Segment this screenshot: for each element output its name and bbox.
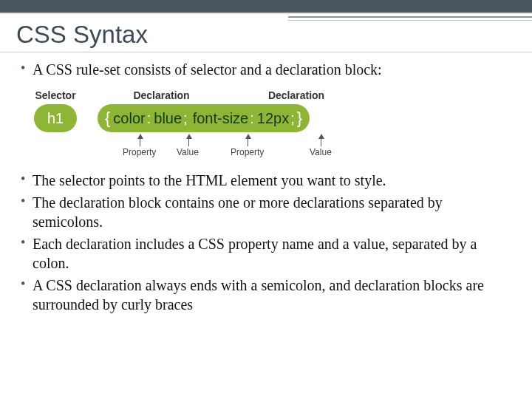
label-declaration-2: Declaration: [222, 89, 370, 101]
list-item: Each declaration includes a CSS property…: [21, 234, 516, 273]
label-value: Value: [177, 147, 199, 157]
arrow-stem: [188, 139, 189, 146]
list-item: The selector points to the HTML element …: [21, 171, 516, 190]
bullet-list: A CSS rule-set consists of selector and …: [16, 60, 516, 79]
diagram-top-labels: Selector Declaration Declaration: [27, 89, 411, 101]
value-token: 12px: [256, 110, 290, 127]
arrow-stem: [248, 139, 248, 146]
brace-close-icon: }: [297, 109, 302, 128]
label-selector: Selector: [27, 89, 84, 101]
semicolon-token: ;: [290, 110, 297, 127]
label-declaration-1: Declaration: [100, 89, 222, 101]
colon-token: :: [249, 110, 256, 127]
diagram-code-row: h1 { color:blue; font-size:12px; }: [27, 104, 411, 132]
arrow-stem: [321, 139, 321, 146]
property-token: font-size: [190, 110, 250, 127]
topbar: [0, 0, 532, 13]
label-property: Property: [231, 147, 264, 157]
arrow-up-icon: [245, 134, 251, 139]
selector-pill: h1: [34, 104, 77, 132]
brace-open-icon: {: [105, 109, 110, 128]
arrow-up-icon: [137, 134, 143, 139]
diagram-bottom-labels: Property Value Property Value: [27, 134, 411, 160]
arrow-up-icon: [318, 134, 324, 139]
semicolon-token: ;: [183, 110, 190, 127]
list-item: A CSS rule-set consists of selector and …: [21, 60, 516, 79]
list-item: The declaration block contains one or mo…: [21, 193, 516, 231]
label-value: Value: [310, 147, 332, 157]
list-item: A CSS declaration always ends with a sem…: [21, 276, 516, 314]
bullet-list: The selector points to the HTML element …: [16, 171, 516, 314]
colon-token: :: [146, 110, 154, 127]
property-token: color: [110, 110, 146, 127]
declaration-pill: { color:blue; font-size:12px; }: [98, 104, 310, 132]
value-token: blue: [153, 110, 183, 127]
slide-content: A CSS rule-set consists of selector and …: [0, 60, 532, 314]
label-property: Property: [123, 147, 156, 157]
arrow-stem: [140, 139, 140, 146]
header-decoration: [288, 16, 532, 21]
selector-text: h1: [47, 110, 64, 127]
arrow-up-icon: [186, 134, 192, 139]
css-syntax-diagram: Selector Declaration Declaration h1 { co…: [27, 89, 411, 160]
